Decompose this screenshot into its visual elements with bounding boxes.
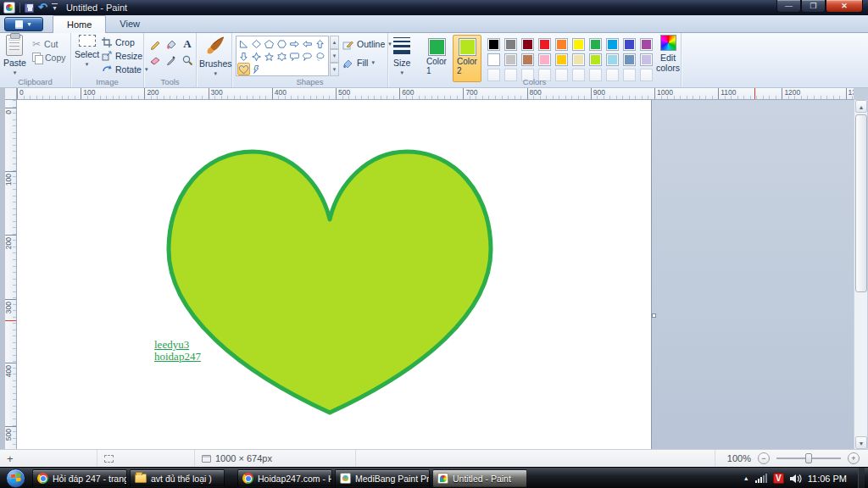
save-icon[interactable] <box>25 3 34 13</box>
text-tool-icon[interactable]: A <box>180 36 195 52</box>
network-icon[interactable] <box>755 474 767 483</box>
shape-diamond[interactable] <box>250 37 263 50</box>
copy-button[interactable]: Copy <box>32 51 66 64</box>
shape-callout-rect[interactable] <box>288 50 301 63</box>
palette-swatch-ed1c24[interactable] <box>536 36 553 52</box>
zoom-slider[interactable] <box>776 458 841 459</box>
group-brushes: Brushes▾ <box>197 33 232 87</box>
group-colors: Size▾ Color1 Color2 Editcolors Colors <box>388 33 682 87</box>
crop-button[interactable]: Crop <box>102 36 147 49</box>
pencil-tool-icon[interactable] <box>147 36 163 52</box>
palette-swatch-ffffff[interactable] <box>485 52 502 67</box>
palette-swatch-a349a4[interactable] <box>637 36 654 52</box>
palette-swatch-c8bfe7[interactable] <box>637 52 654 67</box>
shapes-scroll-down-icon[interactable]: ▼ <box>330 49 339 63</box>
rotate-button[interactable]: Rotate▾ <box>102 63 147 76</box>
shape-arrow-up[interactable] <box>314 37 326 50</box>
drawing-canvas[interactable]: leedyu3hoidap247 <box>17 100 651 449</box>
volume-icon[interactable] <box>790 474 802 484</box>
application-menu-button[interactable]: ▼ <box>4 17 43 31</box>
palette-swatch-99d9ea[interactable] <box>604 52 620 67</box>
palette-swatch-ffc90e[interactable] <box>553 52 570 67</box>
h-ruler-tick: 400 <box>272 88 287 100</box>
resize-button[interactable]: Resize <box>102 49 147 63</box>
v-ruler-tick: 500 <box>5 426 17 427</box>
magnifier-tool-icon[interactable] <box>180 53 195 68</box>
shapes-more-icon[interactable]: ▼ <box>330 63 339 76</box>
image-size-icon <box>202 455 211 463</box>
taskbar-button[interactable]: Hoidap247.com - Hỏ... <box>237 469 332 487</box>
palette-swatch-22b14c[interactable] <box>587 36 604 52</box>
size-button[interactable]: Size▾ <box>393 35 410 78</box>
palette-swatch-b5e61d[interactable] <box>587 52 604 67</box>
show-hidden-icons[interactable]: ▲ <box>743 475 749 481</box>
taskbar-button[interactable]: Hỏi đáp 247 - trang t... <box>32 469 127 487</box>
shape-arrow-left[interactable] <box>301 37 314 50</box>
zoom-slider-thumb[interactable] <box>805 453 812 463</box>
palette-swatch-b97a57[interactable] <box>519 52 536 67</box>
palette-swatch-000000[interactable] <box>485 36 502 52</box>
zoom-control: 100% − + <box>715 450 868 467</box>
shape-lightning[interactable] <box>250 63 263 75</box>
eraser-tool-icon[interactable] <box>147 53 163 68</box>
canvas-resize-handle[interactable] <box>652 313 656 318</box>
brushes-button[interactable]: Brushes▾ <box>199 35 232 79</box>
scrollbar-thumb[interactable] <box>855 114 867 292</box>
tab-view[interactable]: View <box>106 15 153 33</box>
taskbar-button[interactable]: Untitled - Paint <box>432 469 527 487</box>
shape-heart[interactable] <box>237 63 250 75</box>
edit-colors-button[interactable]: Editcolors <box>656 35 680 73</box>
taskbar-clock[interactable]: 11:06 PM <box>808 474 852 484</box>
shape-arrow-right[interactable] <box>288 37 301 50</box>
show-desktop-button[interactable] <box>858 468 865 488</box>
maximize-button[interactable]: ❐ <box>801 0 826 13</box>
zoom-out-button[interactable]: − <box>758 452 770 464</box>
shape-star-6[interactable] <box>275 50 288 63</box>
scroll-down-icon[interactable]: ▼ <box>855 436 867 449</box>
shape-callout-oval[interactable] <box>301 50 314 63</box>
palette-swatch-7092be[interactable] <box>620 52 637 67</box>
vertical-scrollbar[interactable]: ▲ ▼ <box>854 100 867 449</box>
outline-button[interactable]: Outline▾ <box>342 37 392 51</box>
shape-star-5[interactable] <box>263 50 275 63</box>
color2-button[interactable]: Color2 <box>453 35 481 82</box>
menu-icon <box>15 20 23 29</box>
paste-button[interactable]: Paste▾ <box>3 35 26 78</box>
fill-tool-icon[interactable] <box>164 36 179 52</box>
zoom-level: 100% <box>727 453 751 463</box>
unikey-icon[interactable]: V <box>773 473 784 484</box>
palette-swatch-fff200[interactable] <box>570 36 587 52</box>
undo-icon[interactable]: ↶ <box>38 3 47 12</box>
close-button[interactable]: ✕ <box>826 0 863 13</box>
palette-swatch-00a2e8[interactable] <box>604 36 620 52</box>
taskbar-button[interactable]: avt đủ thể loại ) <box>130 469 225 487</box>
shape-pentagon[interactable] <box>263 37 275 50</box>
palette-swatch-7f7f7f[interactable] <box>502 36 519 52</box>
h-ruler-tick: 0 <box>17 88 24 100</box>
palette-swatch-3f48cc[interactable] <box>620 36 637 52</box>
minimize-button[interactable]: — <box>776 0 801 13</box>
palette-swatch-ff7f27[interactable] <box>553 36 570 52</box>
customize-quick-access-icon[interactable]: ▾ <box>52 3 58 12</box>
palette-swatch-880015[interactable] <box>519 36 536 52</box>
scroll-up-icon[interactable]: ▲ <box>855 100 867 113</box>
zoom-in-button[interactable]: + <box>848 452 860 464</box>
start-button[interactable] <box>6 469 25 488</box>
palette-swatch-ffaec9[interactable] <box>536 52 553 67</box>
cut-button[interactable]: ✂ Cut <box>32 37 66 51</box>
shape-arrow-down[interactable] <box>237 50 250 63</box>
tab-home[interactable]: Home <box>53 15 106 33</box>
color1-button[interactable]: Color1 <box>422 35 451 82</box>
paint-app-icon[interactable] <box>3 2 15 14</box>
picker-tool-icon[interactable] <box>164 53 179 68</box>
select-button[interactable]: Select▾ <box>75 35 99 69</box>
shapes-scroll-up-icon[interactable]: ▲ <box>330 36 339 49</box>
taskbar-button[interactable]: MediBang Paint Pro ... <box>335 469 430 487</box>
shape-callout-cloud[interactable] <box>314 50 326 63</box>
palette-swatch-efe4b0[interactable] <box>570 52 587 67</box>
shape-hexagon[interactable] <box>275 37 288 50</box>
shape-star-4[interactable] <box>250 50 263 63</box>
shape-right-triangle[interactable] <box>237 37 250 50</box>
fill-button[interactable]: Fill▾ <box>342 56 392 69</box>
palette-swatch-c3c3c3[interactable] <box>502 52 519 67</box>
